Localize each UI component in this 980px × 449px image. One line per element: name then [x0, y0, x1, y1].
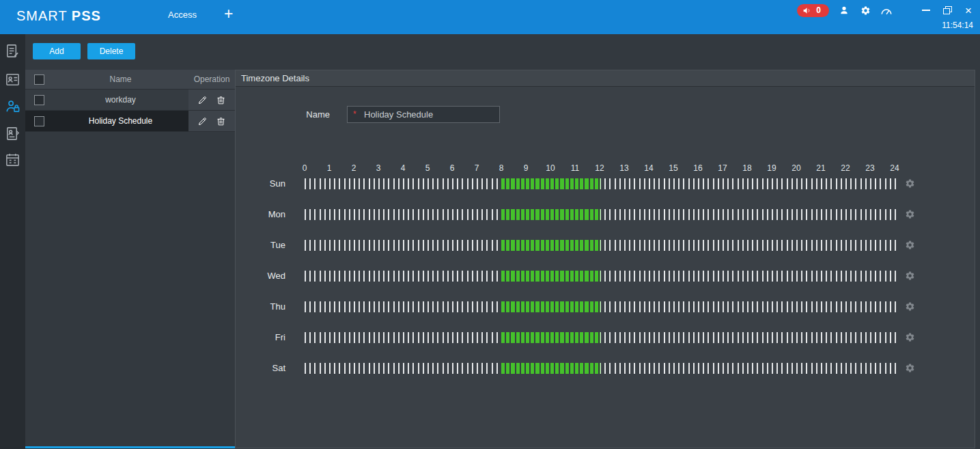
row-settings-gear-icon[interactable]: [904, 178, 915, 189]
row-checkbox[interactable]: [34, 95, 44, 105]
edit-pencil-icon[interactable]: [197, 94, 208, 106]
active-period[interactable]: [501, 332, 600, 343]
day-label: Wed: [236, 271, 285, 281]
day-row: Tue: [236, 230, 975, 260]
name-field-label: Name: [304, 109, 330, 120]
smart-pss-window: SMART PSS Access + 0 ×: [0, 0, 980, 449]
day-rows: SunMonTueWedThuFriSat: [236, 168, 975, 383]
row-settings-gear-icon[interactable]: [904, 363, 915, 374]
timeline-track[interactable]: [305, 240, 896, 251]
required-asterisk: *: [353, 109, 356, 119]
row-settings-gear-icon[interactable]: [904, 209, 915, 220]
timezone-name[interactable]: workday: [53, 90, 188, 110]
row-settings-gear-icon[interactable]: [904, 301, 915, 312]
attendance-icon[interactable]: [5, 152, 20, 167]
add-button[interactable]: Add: [33, 43, 81, 59]
report-icon[interactable]: [5, 126, 20, 141]
delete-button[interactable]: Delete: [87, 43, 135, 59]
table-row[interactable]: Holiday Schedule: [25, 111, 235, 132]
alarm-count: 0: [816, 5, 821, 15]
timeline-track[interactable]: [305, 271, 896, 282]
timeline-track[interactable]: [305, 301, 896, 312]
day-row: Fri: [236, 322, 975, 353]
access-user-icon[interactable]: [5, 98, 20, 114]
logo-pss: PSS: [72, 8, 101, 23]
active-period[interactable]: [501, 240, 600, 251]
panel-title: Timezone Details: [236, 70, 975, 87]
new-tab-button[interactable]: +: [224, 5, 233, 23]
active-period[interactable]: [501, 178, 600, 189]
active-period[interactable]: [501, 271, 600, 282]
table-row[interactable]: workday: [25, 90, 235, 111]
day-label: Tue: [236, 240, 285, 250]
timezone-name[interactable]: Holiday Schedule: [53, 111, 188, 131]
table-header-row: Name Operation: [25, 70, 235, 90]
row-settings-gear-icon[interactable]: [904, 332, 915, 343]
title-bar: SMART PSS Access + 0 ×: [0, 0, 980, 34]
module-rail: [0, 34, 25, 449]
settings-icon[interactable]: [859, 4, 871, 16]
tab-access[interactable]: Access: [156, 0, 209, 30]
timezone-details-panel: Timezone Details Name * 0123456789101112…: [235, 70, 975, 448]
row-settings-gear-icon[interactable]: [904, 240, 915, 251]
minimize-button[interactable]: [920, 4, 932, 16]
active-period[interactable]: [501, 301, 600, 312]
alarm-badge[interactable]: 0: [797, 4, 829, 17]
close-button[interactable]: ×: [962, 4, 975, 16]
name-field-wrap: *: [347, 106, 500, 123]
user-card-icon[interactable]: [5, 72, 20, 87]
day-row: Sat: [236, 353, 975, 383]
column-header-operation: Operation: [188, 70, 235, 89]
active-period[interactable]: [501, 363, 600, 374]
day-label: Sun: [236, 178, 285, 189]
active-period[interactable]: [501, 209, 600, 220]
timezone-table: Name Operation workday Holiday Schedule: [25, 70, 235, 132]
day-label: Fri: [236, 332, 285, 342]
select-all-checkbox[interactable]: [34, 74, 44, 85]
day-row: Wed: [236, 260, 975, 291]
horizontal-scrollbar[interactable]: [25, 446, 235, 448]
app-logo: SMART PSS: [16, 8, 101, 24]
day-label: Mon: [236, 209, 285, 219]
row-settings-gear-icon[interactable]: [904, 271, 915, 282]
timeline-track[interactable]: [305, 363, 896, 374]
day-row: Sun: [236, 168, 975, 199]
logo-smart: SMART: [16, 8, 67, 23]
timeline-track[interactable]: [305, 178, 896, 189]
column-header-name: Name: [53, 70, 188, 89]
timezone-list-panel: Add Delete Name Operation workday: [25, 34, 235, 449]
day-row: Mon: [236, 199, 975, 230]
delete-trash-icon[interactable]: [215, 115, 227, 127]
delete-trash-icon[interactable]: [215, 94, 227, 106]
user-account-icon[interactable]: [838, 4, 850, 16]
edit-pencil-icon[interactable]: [197, 115, 208, 127]
day-label: Thu: [236, 301, 285, 312]
row-checkbox[interactable]: [34, 116, 44, 126]
performance-gauge-icon[interactable]: [880, 4, 893, 16]
day-row: Thu: [236, 291, 975, 322]
restore-button[interactable]: [941, 4, 953, 16]
timeline-track[interactable]: [305, 209, 896, 220]
console-icon[interactable]: [5, 43, 20, 59]
day-label: Sat: [236, 363, 285, 373]
clock: 11:54:14: [942, 21, 973, 30]
name-input[interactable]: [347, 106, 500, 123]
timeline-track[interactable]: [305, 332, 896, 343]
speaker-icon: [802, 6, 811, 15]
